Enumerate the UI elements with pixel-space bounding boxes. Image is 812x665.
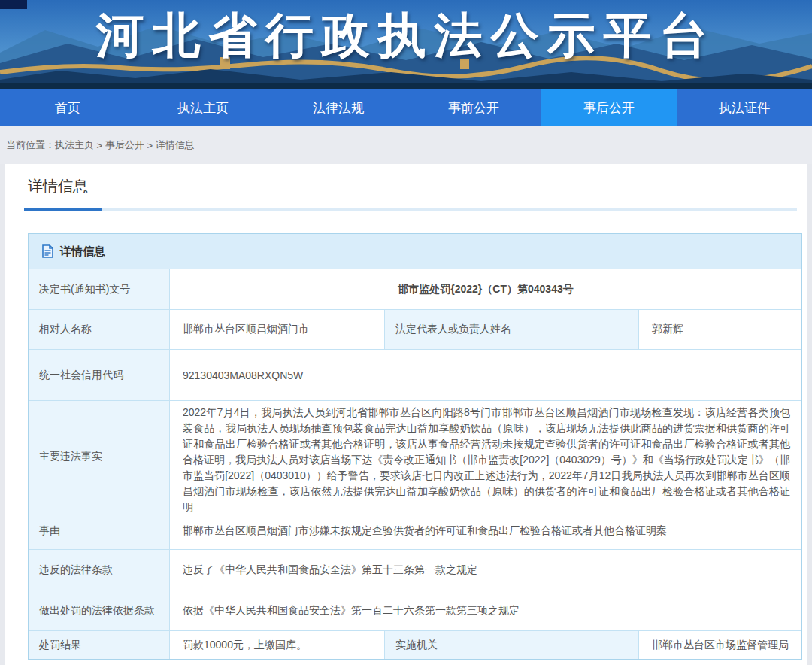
detail-table: 详情信息 决定书(通知书)文号 邯市监处罚{2022}（CT）第040343号 … xyxy=(28,233,802,660)
page-title: 详情信息 xyxy=(28,175,797,196)
cause-label: 事由 xyxy=(29,512,169,549)
title-divider xyxy=(24,208,797,211)
doc-number-label: 决定书(通知书)文号 xyxy=(29,269,169,309)
header-banner: 河北省行政执法公示平台 xyxy=(0,0,812,89)
row-doc-number: 决定书(通知书)文号 邯市监处罚{2022}（CT）第040343号 xyxy=(29,269,801,309)
row-violated-clause: 违反的法律条款 违反了《中华人民共和国食品安全法》第五十三条第一款之规定 xyxy=(29,549,801,591)
row-cause: 事由 邯郸市丛台区顺昌烟酒门市涉嫌未按规定查验供货者的许可证和食品出厂检验合格证… xyxy=(29,512,801,549)
row-penalty-result: 处罚结果 罚款10000元，上缴国库。 实施机关 邯郸市丛台区市场监督管理局 xyxy=(29,630,801,659)
document-icon xyxy=(42,244,53,258)
breadcrumb-current: 详情信息 xyxy=(156,138,195,152)
legal-rep-label: 法定代表人或负责人姓名 xyxy=(384,310,638,349)
row-party: 相对人名称 邯郸市丛台区顺昌烟酒门市 法定代表人或负责人姓名 郭新辉 xyxy=(29,309,801,349)
credit-code-value: 92130403MA08RXQN5W xyxy=(169,350,801,400)
agency-label: 实施机关 xyxy=(384,631,638,659)
penalty-result-label: 处罚结果 xyxy=(29,631,169,659)
detail-table-title: 详情信息 xyxy=(60,244,105,259)
cause-value: 邯郸市丛台区顺昌烟酒门市涉嫌未按规定查验供货者的许可证和食品出厂检验合格证或者其… xyxy=(169,512,801,549)
title-divider-accent xyxy=(24,208,102,211)
violated-clause-label: 违反的法律条款 xyxy=(29,550,169,591)
doc-number-value: 邯市监处罚{2022}（CT）第040343号 xyxy=(169,269,801,309)
penalty-basis-value: 依据《中华人民共和国食品安全法》第一百二十六条第一款第三项之规定 xyxy=(169,591,801,630)
legal-rep-value: 郭新辉 xyxy=(638,310,801,349)
row-penalty-basis: 做出处罚的法律依据条款 依据《中华人民共和国食品安全法》第一百二十六条第一款第三… xyxy=(29,591,801,630)
violation-facts-label: 主要违法事实 xyxy=(29,401,169,512)
breadcrumb-separator: > xyxy=(144,140,156,151)
nav-tab-home[interactable]: 首页 xyxy=(0,89,135,126)
main-nav: 首页 执法主页 法律法规 事前公开 事后公开 执法证件 xyxy=(0,89,812,126)
nav-tab-post-disclosure[interactable]: 事后公开 xyxy=(541,89,677,126)
breadcrumb-link-post-disclosure[interactable]: 事后公开 xyxy=(105,138,144,152)
detail-table-header: 详情信息 xyxy=(29,234,801,269)
breadcrumb-prefix: 当前位置： xyxy=(6,138,55,152)
violated-clause-value: 违反了《中华人民共和国食品安全法》第五十三条第一款之规定 xyxy=(169,550,801,591)
credit-code-label: 统一社会信用代码 xyxy=(29,350,169,400)
nav-tab-pre-disclosure[interactable]: 事前公开 xyxy=(406,89,541,126)
party-name-value: 邯郸市丛台区顺昌烟酒门市 xyxy=(169,310,384,349)
party-name-label: 相对人名称 xyxy=(29,310,169,349)
violation-facts-value: 2022年7月4日，我局执法人员到河北省邯郸市丛台区向阳路8号门市邯郸市丛台区顺… xyxy=(169,401,801,512)
breadcrumb-separator: > xyxy=(94,140,105,151)
site-title: 河北省行政执法公示平台 xyxy=(0,3,812,68)
content-panel: 详情信息 详情信息 决定书(通知书)文号 邯市监处罚{2022}（CT）第040… xyxy=(5,164,807,665)
penalty-basis-label: 做出处罚的法律依据条款 xyxy=(29,591,169,630)
breadcrumb: 当前位置：执法主页 > 事后公开 > 详情信息 xyxy=(0,126,812,164)
penalty-result-value: 罚款10000元，上缴国库。 xyxy=(169,631,384,659)
nav-tab-certificates[interactable]: 执法证件 xyxy=(677,89,812,126)
row-violation-facts: 主要违法事实 2022年7月4日，我局执法人员到河北省邯郸市丛台区向阳路8号门市… xyxy=(29,400,801,512)
breadcrumb-link-enforcement-home[interactable]: 执法主页 xyxy=(55,138,94,152)
agency-value: 邯郸市丛台区市场监督管理局 xyxy=(638,631,801,659)
row-credit-code: 统一社会信用代码 92130403MA08RXQN5W xyxy=(29,349,801,400)
nav-tab-enforcement-home[interactable]: 执法主页 xyxy=(135,89,271,126)
nav-tab-laws-regulations[interactable]: 法律法规 xyxy=(271,89,406,126)
